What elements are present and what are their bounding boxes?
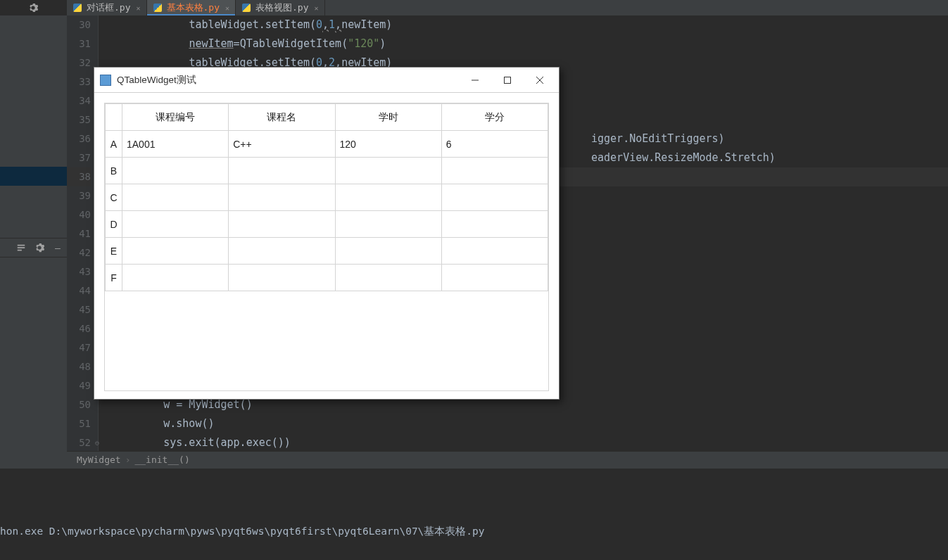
- sort-icon[interactable]: [16, 243, 26, 253]
- qt-dialog-body: 课程编号课程名学时学分A1A001C++1206BCDEF: [94, 93, 559, 399]
- editor-tab-bar: 对话框.py ✕ 基本表格.py ✕ 表格视图.py ✕: [67, 0, 948, 15]
- table-cell[interactable]: 120: [335, 131, 441, 158]
- table-cell[interactable]: C++: [229, 131, 335, 158]
- table-cell[interactable]: [229, 265, 335, 291]
- table-cell[interactable]: [122, 211, 229, 238]
- row-header[interactable]: A: [106, 131, 122, 158]
- python-file-icon: [153, 3, 163, 13]
- table-cell[interactable]: [122, 184, 229, 211]
- qtablewidget[interactable]: 课程编号课程名学时学分A1A001C++1206BCDEF: [104, 103, 549, 391]
- table-row[interactable]: E: [106, 238, 548, 265]
- code-line[interactable]: sys.exit(app.exec()): [99, 433, 948, 452]
- table-cell[interactable]: [335, 158, 441, 184]
- table-cell[interactable]: [335, 238, 441, 265]
- chevron-right-icon: ›: [125, 454, 131, 465]
- titlebar[interactable]: QTableWidget测试: [94, 68, 559, 93]
- close-icon[interactable]: ✕: [136, 4, 140, 12]
- breadcrumb-class[interactable]: MyWidget: [77, 454, 121, 465]
- table-grid[interactable]: 课程编号课程名学时学分A1A001C++1206BCDEF: [105, 103, 548, 291]
- table-row[interactable]: D: [106, 211, 548, 238]
- console-line: hon.exe D:\myworkspace\pycharm\pyws\pyqt…: [0, 522, 948, 541]
- svg-rect-0: [505, 77, 511, 83]
- table-cell[interactable]: [441, 211, 548, 238]
- row-header[interactable]: B: [106, 158, 122, 184]
- table-cell[interactable]: [335, 184, 441, 211]
- table-cell[interactable]: [122, 265, 229, 291]
- tab-label: 基本表格.py: [167, 1, 220, 14]
- python-file-icon: [72, 3, 82, 13]
- table-cell[interactable]: [441, 158, 548, 184]
- selection-highlight: [0, 167, 67, 186]
- table-cell[interactable]: [229, 158, 335, 184]
- structure-panel-toolbar: —: [0, 238, 67, 257]
- close-icon[interactable]: ✕: [315, 4, 319, 12]
- python-file-icon: [241, 3, 251, 13]
- row-header[interactable]: D: [106, 211, 122, 238]
- table-cell[interactable]: 6: [441, 131, 548, 158]
- table-row[interactable]: C: [106, 184, 548, 211]
- table-cell[interactable]: 1A001: [122, 131, 229, 158]
- project-toolbar: [0, 0, 67, 15]
- table-row[interactable]: A1A001C++1206: [106, 131, 548, 158]
- row-header[interactable]: C: [106, 184, 122, 211]
- tab-label: 表格视图.py: [255, 1, 308, 14]
- table-cell[interactable]: [441, 265, 548, 291]
- table-cell[interactable]: [441, 238, 548, 265]
- tab-label: 对话框.py: [87, 1, 130, 14]
- run-console[interactable]: hon.exe D:\myworkspace\pycharm\pyws\pyqt…: [0, 468, 948, 560]
- table-cell[interactable]: [229, 211, 335, 238]
- column-header[interactable]: 课程编号: [122, 104, 229, 131]
- table-cell[interactable]: [122, 158, 229, 184]
- close-icon[interactable]: ✕: [225, 4, 229, 12]
- minimize-icon[interactable]: —: [53, 243, 63, 253]
- column-header[interactable]: 课程名: [229, 104, 335, 131]
- row-header[interactable]: E: [106, 238, 122, 265]
- minimize-button[interactable]: [459, 68, 491, 93]
- gear-icon[interactable]: [34, 243, 44, 253]
- code-line[interactable]: tableWidget.setItem(0,1,newItem): [99, 15, 948, 34]
- table-blank-area: [105, 291, 548, 390]
- window-title: QTableWidget测试: [117, 74, 459, 87]
- table-row[interactable]: F: [106, 265, 548, 291]
- column-header[interactable]: 学时: [335, 104, 441, 131]
- app-icon: [100, 75, 111, 86]
- table-row[interactable]: B: [106, 158, 548, 184]
- table-cell[interactable]: [335, 265, 441, 291]
- table-cell[interactable]: [229, 184, 335, 211]
- table-corner[interactable]: [106, 104, 122, 131]
- breadcrumb[interactable]: MyWidget › __init__(): [67, 451, 948, 468]
- table-cell[interactable]: [441, 184, 548, 211]
- table-cell[interactable]: [229, 238, 335, 265]
- table-cell[interactable]: [335, 211, 441, 238]
- row-header[interactable]: F: [106, 265, 122, 291]
- qt-dialog-window[interactable]: QTableWidget测试 课程编号课程名学时学分A1A001C++1206B…: [94, 67, 560, 400]
- column-header[interactable]: 学分: [441, 104, 548, 131]
- table-cell[interactable]: [122, 238, 229, 265]
- gear-icon[interactable]: [28, 3, 38, 13]
- tab-file-2[interactable]: 表格视图.py ✕: [236, 0, 325, 15]
- breadcrumb-method[interactable]: __init__(): [134, 454, 189, 465]
- tab-file-0[interactable]: 对话框.py ✕: [67, 0, 147, 15]
- tab-file-1[interactable]: 基本表格.py ✕: [147, 0, 236, 15]
- close-button[interactable]: [524, 68, 556, 93]
- code-line[interactable]: newItem=QTableWidgetItem("120"): [99, 34, 948, 53]
- maximize-button[interactable]: [491, 68, 524, 93]
- code-line[interactable]: w.show(): [99, 414, 948, 433]
